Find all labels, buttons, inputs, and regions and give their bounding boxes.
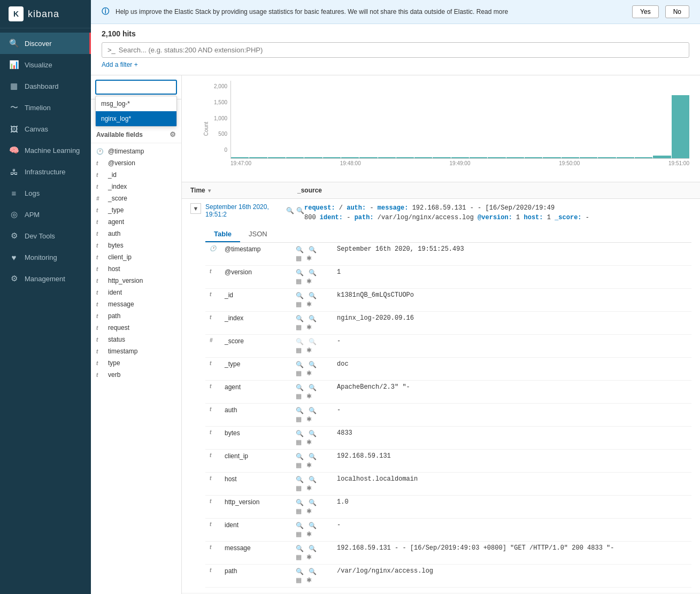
detail-toggle-col-btn[interactable]: ▦: [294, 576, 303, 584]
tab-json[interactable]: JSON: [240, 227, 276, 242]
detail-filter-out-btn[interactable]: 🔍: [307, 268, 318, 277]
field-item-client-ip[interactable]: t client_ip: [91, 251, 181, 263]
detail-toggle-col-btn[interactable]: ▦: [294, 254, 303, 263]
detail-filter-out-btn[interactable]: 🔍: [307, 521, 318, 530]
field-item-host[interactable]: t host: [91, 263, 181, 275]
detail-filter-exists-btn[interactable]: ✱: [305, 254, 313, 263]
field-item-status[interactable]: t status: [91, 334, 181, 345]
field-item-timestamp2[interactable]: t timestamp: [91, 345, 181, 357]
field-item-agent[interactable]: t agent: [91, 216, 181, 228]
detail-filter-for-btn[interactable]: 🔍: [294, 521, 305, 530]
detail-toggle-col-btn[interactable]: ▦: [294, 392, 303, 400]
sidebar-item-timelion[interactable]: 〜 Timelion: [0, 97, 91, 118]
sidebar-item-management[interactable]: ⚙ Management: [0, 268, 91, 289]
detail-filter-out-btn[interactable]: 🔍: [307, 337, 318, 346]
fields-gear-icon[interactable]: ⚙: [170, 130, 176, 138]
detail-toggle-col-btn[interactable]: ▦: [294, 277, 303, 286]
detail-filter-out-btn[interactable]: 🔍: [307, 383, 318, 392]
sidebar-item-apm[interactable]: ◎ APM: [0, 204, 91, 225]
detail-filter-exists-btn[interactable]: ✱: [305, 277, 313, 286]
detail-filter-for-btn[interactable]: 🔍: [294, 475, 305, 484]
field-item-score[interactable]: # _score: [91, 192, 181, 204]
field-item-auth[interactable]: t auth: [91, 228, 181, 240]
detail-filter-out-btn[interactable]: 🔍: [307, 544, 318, 553]
sidebar-item-infrastructure[interactable]: 🖧 Infrastructure: [0, 161, 91, 182]
detail-filter-for-btn[interactable]: 🔍: [294, 406, 305, 415]
field-item-version[interactable]: t @version: [91, 157, 181, 169]
detail-filter-exists-btn[interactable]: ✱: [305, 415, 313, 423]
field-item-timestamp[interactable]: 🕐 @timestamp: [91, 145, 181, 157]
detail-filter-out-btn[interactable]: 🔍: [307, 314, 318, 323]
detail-filter-exists-btn[interactable]: ✱: [305, 553, 313, 561]
detail-filter-exists-btn[interactable]: ✱: [305, 392, 313, 400]
sidebar-item-canvas[interactable]: 🖼 Canvas: [0, 118, 91, 140]
sidebar-item-ml[interactable]: 🧠 Machine Learning: [0, 140, 91, 161]
index-option-nginxlog[interactable]: nginx_log*: [96, 111, 176, 126]
detail-filter-for-btn[interactable]: 🔍: [294, 383, 305, 392]
result-expand-button[interactable]: ▼: [190, 203, 201, 214]
index-selector-input[interactable]: [95, 80, 177, 95]
detail-filter-for-btn[interactable]: 🔍: [294, 452, 305, 461]
detail-filter-exists-btn[interactable]: ✱: [305, 484, 313, 492]
notice-yes-button[interactable]: Yes: [632, 5, 659, 18]
field-item-path[interactable]: t path: [91, 310, 181, 322]
detail-filter-exists-btn[interactable]: ✱: [305, 346, 313, 354]
field-item-index[interactable]: t _index: [91, 181, 181, 192]
index-option-msglog[interactable]: msg_log-*: [96, 96, 176, 111]
field-item-http-version[interactable]: t http_version: [91, 275, 181, 287]
field-item-ident[interactable]: t ident: [91, 287, 181, 298]
field-item-bytes[interactable]: t bytes: [91, 240, 181, 251]
detail-filter-out-btn[interactable]: 🔍: [307, 245, 318, 254]
detail-toggle-col-btn[interactable]: ▦: [294, 507, 303, 515]
tab-table[interactable]: Table: [205, 227, 240, 242]
detail-filter-for-btn[interactable]: 🔍: [294, 268, 305, 277]
detail-filter-exists-btn[interactable]: ✱: [305, 300, 313, 308]
detail-toggle-col-btn[interactable]: ▦: [294, 369, 303, 377]
result-zoom-out-icon[interactable]: 🔍: [296, 207, 304, 214]
field-item-type2[interactable]: t type: [91, 357, 181, 369]
sidebar-item-logs[interactable]: ≡ Logs: [0, 182, 91, 204]
detail-toggle-col-btn[interactable]: ▦: [294, 438, 303, 446]
field-item-id[interactable]: t _id: [91, 169, 181, 181]
detail-filter-for-btn[interactable]: 🔍: [294, 498, 305, 507]
detail-toggle-col-btn[interactable]: ▦: [294, 484, 303, 492]
detail-filter-exists-btn[interactable]: ✱: [305, 369, 313, 377]
detail-toggle-col-btn[interactable]: ▦: [294, 553, 303, 561]
sidebar-item-devtools[interactable]: ⚙ Dev Tools: [0, 225, 91, 246]
detail-filter-exists-btn[interactable]: ✱: [305, 576, 313, 584]
add-filter-button[interactable]: Add a filter +: [102, 58, 689, 72]
detail-filter-out-btn[interactable]: 🔍: [307, 406, 318, 415]
detail-filter-for-btn[interactable]: 🔍: [294, 291, 305, 300]
detail-toggle-col-btn[interactable]: ▦: [294, 323, 303, 331]
detail-toggle-col-btn[interactable]: ▦: [294, 300, 303, 308]
detail-filter-for-btn[interactable]: 🔍: [294, 360, 305, 369]
field-item-type[interactable]: t _type: [91, 204, 181, 216]
detail-filter-exists-btn[interactable]: ✱: [305, 323, 313, 331]
detail-filter-out-btn[interactable]: 🔍: [307, 360, 318, 369]
detail-filter-for-btn[interactable]: 🔍: [294, 314, 305, 323]
detail-filter-out-btn[interactable]: 🔍: [307, 498, 318, 507]
sidebar-item-monitoring[interactable]: ♥ Monitoring: [0, 246, 91, 268]
sidebar-item-discover[interactable]: 🔍 Discover: [0, 33, 91, 54]
search-input[interactable]: [119, 46, 683, 54]
notice-no-button[interactable]: No: [665, 5, 689, 18]
result-zoom-in-icon[interactable]: 🔍: [286, 207, 294, 214]
detail-toggle-col-btn[interactable]: ▦: [294, 461, 303, 469]
detail-toggle-col-btn[interactable]: ▦: [294, 346, 303, 354]
detail-filter-exists-btn[interactable]: ✱: [305, 461, 313, 469]
detail-filter-for-btn[interactable]: 🔍: [294, 337, 305, 346]
detail-filter-out-btn[interactable]: 🔍: [307, 452, 318, 461]
detail-filter-for-btn[interactable]: 🔍: [294, 567, 305, 576]
detail-filter-exists-btn[interactable]: ✱: [305, 530, 313, 538]
detail-filter-for-btn[interactable]: 🔍: [294, 245, 305, 254]
detail-toggle-col-btn[interactable]: ▦: [294, 530, 303, 538]
field-item-request[interactable]: t request: [91, 322, 181, 334]
detail-filter-exists-btn[interactable]: ✱: [305, 438, 313, 446]
detail-filter-out-btn[interactable]: 🔍: [307, 291, 318, 300]
detail-filter-out-btn[interactable]: 🔍: [307, 567, 318, 576]
sidebar-item-visualize[interactable]: 📊 Visualize: [0, 54, 91, 75]
sidebar-item-dashboard[interactable]: ▦ Dashboard: [0, 75, 91, 97]
detail-filter-out-btn[interactable]: 🔍: [307, 429, 318, 438]
detail-filter-for-btn[interactable]: 🔍: [294, 429, 305, 438]
detail-filter-for-btn[interactable]: 🔍: [294, 544, 305, 553]
